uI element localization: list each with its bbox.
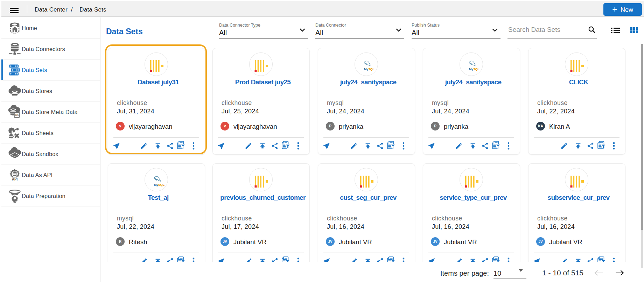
svg-text:My: My xyxy=(364,68,368,71)
svg-text:API: API xyxy=(12,177,18,181)
svg-text:SQL: SQL xyxy=(368,68,374,71)
svg-text:SQL: SQL xyxy=(158,183,164,186)
svg-text:My: My xyxy=(469,68,473,71)
svg-text:SQL: SQL xyxy=(473,68,479,71)
svg-text:</>: </> xyxy=(15,113,19,117)
svg-text:My: My xyxy=(154,183,158,186)
